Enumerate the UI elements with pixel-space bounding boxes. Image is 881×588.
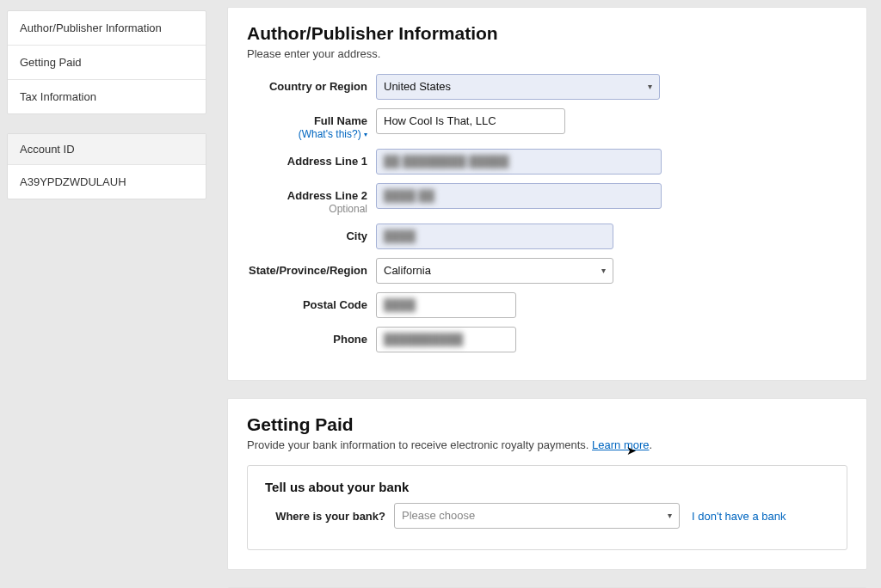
paid-desc: Provide your bank information to receive… (247, 438, 847, 451)
address-line-2-input[interactable]: ████ ██ (376, 183, 662, 209)
label-where-bank: Where is your bank? (265, 510, 394, 523)
postal-code-input[interactable]: ████ (376, 292, 516, 318)
bank-sub-panel: Tell us about your bank Where is your ba… (247, 465, 847, 550)
author-publisher-panel: Author/Publisher Information Please ente… (227, 7, 867, 381)
sidebar-item-author-publisher[interactable]: Author/Publisher Information (8, 11, 206, 46)
getting-paid-panel: Getting Paid Provide your bank informati… (227, 398, 867, 570)
chevron-down-icon: ▾ (668, 509, 672, 523)
label-state: State/Province/Region (247, 258, 376, 277)
account-id-value: A39YPDZWDULAUH (8, 165, 206, 199)
page-title-author: Author/Publisher Information (247, 23, 847, 44)
learn-more-link[interactable]: Learn more (592, 438, 649, 451)
state-value: California (384, 264, 431, 278)
bank-location-select[interactable]: Please choose ▾ (394, 503, 680, 529)
sidebar-nav: Author/Publisher Information Getting Pai… (7, 10, 206, 114)
no-bank-link[interactable]: I don't have a bank (692, 510, 786, 523)
page-title-paid: Getting Paid (247, 414, 847, 435)
full-name-input[interactable]: How Cool Is That, LLC (376, 108, 565, 134)
label-country: Country or Region (247, 74, 376, 93)
author-desc: Please enter your address. (247, 47, 847, 60)
chevron-down-icon: ▾ (648, 80, 652, 94)
country-value: United States (384, 80, 451, 94)
address-line-1-input[interactable]: ██ ████████ █████ (376, 149, 662, 175)
city-input[interactable]: ████ (376, 224, 613, 249)
label-postal: Postal Code (247, 292, 376, 311)
whats-this-link[interactable]: (What's this?) ▾ (247, 128, 367, 140)
sidebar-item-getting-paid[interactable]: Getting Paid (8, 46, 206, 80)
label-optional: Optional (247, 203, 367, 215)
tell-us-title: Tell us about your bank (265, 480, 829, 494)
account-id-label: Account ID (8, 134, 206, 165)
chevron-down-icon: ▾ (601, 264, 606, 278)
country-select[interactable]: United States ▾ (376, 74, 660, 100)
label-address2: Address Line 2 Optional (247, 183, 376, 215)
label-full-name: Full Name (What's this?) ▾ (247, 108, 376, 140)
state-select[interactable]: California ▾ (376, 258, 613, 284)
bank-select-placeholder: Please choose (402, 509, 475, 523)
sidebar-item-tax-information[interactable]: Tax Information (8, 80, 206, 113)
phone-input[interactable]: ██████████ (376, 327, 516, 352)
account-id-box: Account ID A39YPDZWDULAUH (7, 133, 206, 199)
label-address1: Address Line 1 (247, 149, 376, 168)
label-phone: Phone (247, 327, 376, 346)
label-city: City (247, 224, 376, 242)
